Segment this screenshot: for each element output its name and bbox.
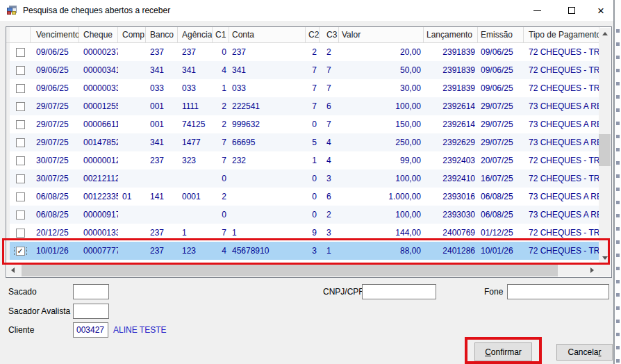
- table-row[interactable]: 30/07/250000001223732372321499,002392403…: [6, 151, 599, 169]
- row-checkbox[interactable]: [16, 66, 25, 75]
- cancelar-button[interactable]: Cancelar: [556, 344, 613, 361]
- minimize-button[interactable]: [524, 0, 550, 21]
- grid-cell: 5: [306, 138, 320, 147]
- vertical-scrollbar-thumb[interactable]: [599, 134, 611, 166]
- confirmar-button[interactable]: Confirmar: [474, 342, 532, 361]
- cnpj-cpf-input[interactable]: [362, 284, 436, 299]
- row-checkbox[interactable]: [16, 229, 25, 238]
- grid-cell: 100,00: [339, 174, 424, 183]
- table-row[interactable]: 30/07/2500212112003100,00239241016/07/25…: [6, 169, 599, 188]
- cliente-input[interactable]: [73, 322, 108, 338]
- column-header[interactable]: Agência: [178, 27, 213, 42]
- column-header[interactable]: Lançamento: [424, 27, 478, 42]
- grid-cell: 72 CHEQUES - TROCC: [524, 83, 599, 93]
- column-header[interactable]: Tipo de Pagamento: [524, 27, 599, 42]
- table-row[interactable]: 29/07/25000012550011111222254176100,0023…: [6, 97, 599, 115]
- table-row[interactable]: 09/06/250000023723723702372220,002391839…: [6, 43, 599, 61]
- grid-cell: 7: [320, 119, 339, 129]
- grid-cell: 7: [306, 101, 320, 111]
- grid-cell: 237: [229, 47, 306, 57]
- row-checkbox[interactable]: [16, 84, 25, 93]
- grid-cell: 00000012: [79, 156, 118, 165]
- grid-cell: 2400769: [424, 228, 478, 238]
- scroll-down-button[interactable]: [599, 252, 611, 264]
- row-checkbox[interactable]: [16, 156, 25, 165]
- vertical-scrollbar[interactable]: [599, 28, 611, 264]
- grid-cell: 2392410: [424, 174, 478, 183]
- grid-cell: 30,00: [339, 83, 424, 93]
- column-header[interactable]: [10, 27, 31, 42]
- grid-cell: 999632: [229, 119, 306, 129]
- column-header[interactable]: Cheque: [79, 27, 118, 42]
- table-row[interactable]: 09/06/250000034134134143417750,002391839…: [6, 61, 599, 79]
- row-checkbox[interactable]: [16, 120, 25, 129]
- row-checkbox[interactable]: ✓: [16, 247, 25, 256]
- screenshot-root: Pesquisa de cheques abertos a receber × …: [0, 0, 621, 364]
- table-row[interactable]: 09/06/250000003303303310337730,002391839…: [6, 79, 599, 97]
- column-header[interactable]: C2: [306, 27, 320, 42]
- table-row[interactable]: 29/07/2500147852341147776669554250,00239…: [6, 133, 599, 151]
- column-header[interactable]: C3: [320, 27, 339, 42]
- grid-cell: 3: [306, 246, 320, 256]
- scroll-left-button[interactable]: [7, 264, 19, 276]
- grid-cell: 250,00: [339, 138, 424, 147]
- scroll-up-button[interactable]: [599, 28, 611, 40]
- grid-cell: 73 CHEQUES A RECEB: [524, 101, 599, 111]
- grid-cell: 0: [213, 47, 229, 57]
- grid-cell: 06/08/25: [478, 192, 524, 201]
- arrow-down-icon: [602, 256, 608, 260]
- grid-cell: 29/07/25: [478, 101, 524, 111]
- grid-cell: 20,00: [339, 47, 424, 57]
- grid-cell: 30/07/25: [31, 174, 79, 183]
- row-checkbox[interactable]: [16, 174, 25, 183]
- table-row[interactable]: 06/08/2500000917002100,00239303006/08/25…: [6, 206, 599, 224]
- row-checkbox[interactable]: [16, 102, 25, 111]
- grid-cell: 341: [178, 65, 213, 75]
- column-header[interactable]: Emissão: [478, 27, 524, 42]
- row-checkbox[interactable]: [16, 138, 25, 147]
- grid-cell: 2391839: [424, 83, 478, 93]
- grid-cell: 341: [229, 65, 306, 75]
- scroll-right-button[interactable]: [586, 264, 598, 276]
- close-button[interactable]: ×: [588, 0, 614, 21]
- grid-cell: 09/06/25: [478, 47, 524, 57]
- column-header[interactable]: C1: [213, 27, 229, 42]
- grid-cell: 16/07/25: [478, 174, 524, 183]
- grid-cell: [10, 120, 31, 129]
- grid-cell: 06/08/25: [31, 210, 79, 220]
- grid-cell: 00212112: [79, 174, 118, 183]
- table-row[interactable]: 29/07/250000661100174125299963207150,002…: [6, 115, 599, 133]
- grid-cell: 10/01/26: [31, 246, 79, 256]
- fone-input[interactable]: [507, 284, 609, 299]
- window-title: Pesquisa de cheques abertos a receber: [23, 6, 170, 15]
- grid-cell: [10, 210, 31, 220]
- minimize-icon: [533, 10, 541, 11]
- table-row[interactable]: 20/12/250000013323717193144,00240076901/…: [6, 224, 599, 242]
- cliente-name-text: ALINE TESTE: [113, 325, 166, 335]
- grid-cell: 1477: [178, 138, 213, 147]
- grid-cell: 150,00: [339, 119, 424, 129]
- column-header[interactable]: Conta: [229, 27, 306, 42]
- maximize-button[interactable]: [558, 0, 585, 21]
- sacado-input[interactable]: [73, 284, 109, 299]
- grid-cell: 72 CHEQUES - TROCC: [524, 156, 599, 165]
- horizontal-scrollbar[interactable]: [7, 264, 598, 276]
- grid-cell: 72 CHEQUES - TROCC: [524, 47, 599, 57]
- table-row[interactable]: 06/08/25001223350114100012061.000,002393…: [6, 188, 599, 206]
- row-checkbox[interactable]: [16, 48, 25, 57]
- column-header[interactable]: Comp.: [118, 27, 146, 42]
- horizontal-scrollbar-thumb[interactable]: [22, 264, 558, 276]
- column-header[interactable]: Banco: [146, 27, 178, 42]
- column-header[interactable]: Vencimento: [31, 27, 79, 42]
- grid-cell: [10, 84, 31, 93]
- row-checkbox[interactable]: [16, 210, 25, 220]
- column-header[interactable]: Valor: [339, 27, 424, 42]
- grid-cell: 2: [213, 119, 229, 129]
- sacador-avalista-input[interactable]: [73, 304, 109, 319]
- grid-cell: 2392403: [424, 156, 478, 165]
- table-row[interactable]: ✓10/01/26000077772371234456789103188,002…: [6, 242, 599, 260]
- row-checkbox[interactable]: [16, 192, 25, 201]
- grid-cell: 00147852: [79, 138, 118, 147]
- grid-cell: [10, 66, 31, 75]
- grid-cell: 66695: [229, 138, 306, 147]
